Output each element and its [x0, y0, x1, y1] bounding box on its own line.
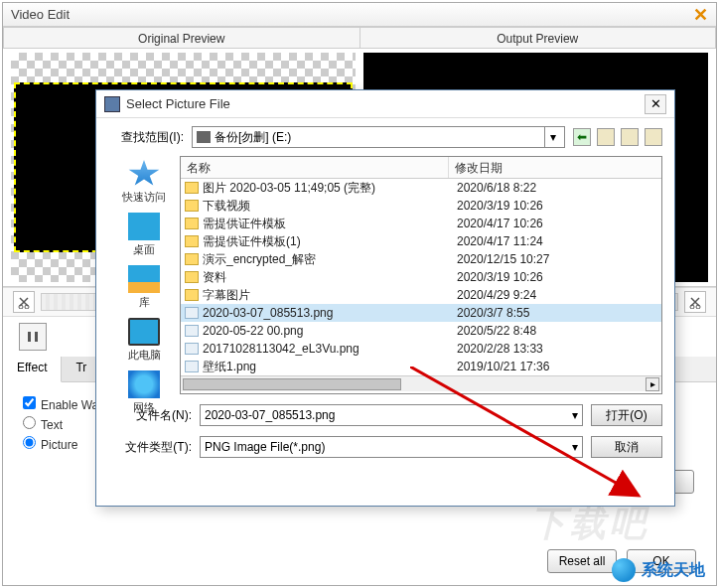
cut-start-button[interactable]	[13, 291, 35, 313]
file-date: 2020/2/28 13:33	[457, 342, 657, 356]
places-bar: 快速访问 桌面 库 此电脑 网络	[108, 156, 180, 394]
file-row[interactable]: 需提供证件模板2020/4/17 10:26	[181, 215, 661, 232]
file-row[interactable]: 图片 2020-03-05 11;49;05 (完整)2020/6/18 8:2…	[181, 179, 661, 197]
drive-icon	[197, 131, 211, 143]
look-in-row: 查找范围(I): 备份[勿删] (E:) ▾ ⬅	[108, 126, 662, 148]
file-row[interactable]: 壁纸1.png2019/10/21 17:36	[181, 358, 661, 375]
scrollbar-thumb[interactable]	[183, 378, 401, 390]
file-row[interactable]: 2020-03-07_085513.png2020/3/7 8:55	[181, 304, 661, 322]
select-picture-dialog: Select Picture File ✕ 查找范围(I): 备份[勿删] (E…	[95, 89, 675, 507]
original-preview-header: Original Preview	[3, 27, 360, 48]
look-in-label: 查找范围(I):	[108, 129, 184, 146]
tab-effect[interactable]: Effect	[3, 357, 62, 382]
file-date: 2020/3/19 10:26	[457, 199, 657, 213]
scroll-right-arrow[interactable]: ▸	[646, 377, 659, 391]
watermark-text: 下载吧	[530, 500, 649, 548]
filetype-dropdown[interactable]: PNG Image File(*.png)▾	[200, 436, 583, 458]
file-row[interactable]: 20171028113042_eL3Vu.png2020/2/28 13:33	[181, 340, 661, 358]
place-this-pc[interactable]: 此电脑	[114, 318, 174, 363]
col-date[interactable]: 修改日期	[449, 157, 661, 178]
file-name: 20171028113042_eL3Vu.png	[203, 342, 457, 356]
filename-label: 文件名(N):	[108, 407, 192, 424]
file-row[interactable]: 下载视频2020/3/19 10:26	[181, 197, 661, 215]
brand-logo: 系统天地	[612, 558, 705, 582]
globe-icon	[612, 558, 636, 582]
window-title: Video Edit	[11, 7, 70, 22]
file-name: 壁纸1.png	[203, 359, 457, 375]
up-folder-icon[interactable]	[597, 128, 615, 146]
file-row[interactable]: 需提供证件模板(1)2020/4/17 11:24	[181, 232, 661, 250]
file-name: 图片 2020-03-05 11;49;05 (完整)	[203, 180, 457, 197]
preview-headers: Original Preview Output Preview	[3, 27, 716, 49]
title-bar: Video Edit ✕	[3, 3, 716, 27]
filename-input[interactable]: 2020-03-07_085513.png▾	[200, 404, 583, 426]
file-name: 下载视频	[203, 198, 457, 215]
dialog-toolbar: ⬅	[573, 128, 662, 146]
file-row[interactable]: 演示_encrypted_解密2020/12/15 10:27	[181, 250, 661, 268]
file-icon	[185, 361, 199, 372]
file-browser: 快速访问 桌面 库 此电脑 网络 名称 修改日期 图片 2020-03-05 1…	[108, 156, 662, 394]
folder-icon	[185, 182, 199, 194]
look-in-dropdown[interactable]: 备份[勿删] (E:) ▾	[192, 126, 565, 148]
horizontal-scrollbar[interactable]: ▸	[181, 375, 661, 391]
file-date: 2020/3/19 10:26	[457, 270, 657, 284]
folder-icon	[185, 253, 199, 265]
filename-row: 文件名(N): 2020-03-07_085513.png▾ 打开(O)	[108, 404, 662, 426]
dialog-close-button[interactable]: ✕	[645, 94, 666, 114]
folder-icon	[185, 271, 199, 283]
views-icon[interactable]	[645, 128, 662, 146]
chevron-down-icon[interactable]: ▾	[572, 440, 578, 454]
file-name: 需提供证件模板	[203, 216, 457, 232]
filetype-label: 文件类型(T):	[108, 439, 192, 456]
file-icon	[185, 343, 199, 355]
folder-icon	[185, 200, 199, 212]
file-date: 2020/6/18 8:22	[457, 181, 657, 195]
file-date: 2020/4/17 10:26	[457, 217, 657, 230]
file-row[interactable]: 资料2020/3/19 10:26	[181, 268, 661, 286]
back-icon[interactable]: ⬅	[573, 128, 591, 146]
file-list: 名称 修改日期 图片 2020-03-05 11;49;05 (完整)2020/…	[180, 156, 662, 394]
file-name: 资料	[203, 269, 457, 286]
reset-all-button[interactable]: Reset all	[547, 549, 617, 573]
svg-rect-5	[35, 332, 38, 342]
filetype-row: 文件类型(T): PNG Image File(*.png)▾ 取消	[108, 436, 662, 458]
open-button[interactable]: 打开(O)	[591, 404, 662, 426]
look-in-value: 备份[勿删] (E:)	[215, 129, 291, 146]
file-date: 2020/3/7 8:55	[457, 306, 657, 320]
chevron-down-icon[interactable]: ▾	[572, 408, 578, 422]
folder-icon	[185, 289, 199, 301]
svg-rect-4	[28, 332, 31, 342]
file-date: 2020/5/22 8:48	[457, 324, 657, 338]
file-name: 2020-05-22 00.png	[203, 324, 457, 338]
dialog-title: Select Picture File	[126, 96, 645, 111]
file-list-header: 名称 修改日期	[181, 157, 661, 179]
cancel-button[interactable]: 取消	[591, 436, 662, 458]
file-row[interactable]: 字幕图片2020/4/29 9:24	[181, 286, 661, 304]
file-date: 2020/12/15 10:27	[457, 252, 657, 266]
file-name: 演示_encrypted_解密	[203, 251, 457, 268]
new-folder-icon[interactable]	[621, 128, 639, 146]
file-icon	[185, 325, 199, 337]
file-name: 需提供证件模板(1)	[203, 233, 457, 250]
file-name: 字幕图片	[203, 287, 457, 304]
file-icon	[185, 307, 199, 319]
file-date: 2019/10/21 17:36	[457, 360, 657, 373]
dialog-app-icon	[104, 96, 120, 112]
place-library[interactable]: 库	[114, 265, 174, 310]
file-date: 2020/4/29 9:24	[457, 288, 657, 302]
output-preview-header: Output Preview	[360, 27, 717, 48]
file-name: 2020-03-07_085513.png	[203, 306, 457, 320]
folder-icon	[185, 218, 199, 229]
folder-icon	[185, 235, 199, 247]
file-row[interactable]: 2020-05-22 00.png2020/5/22 8:48	[181, 322, 661, 340]
place-quick-access[interactable]: 快速访问	[114, 160, 174, 205]
play-pause-button[interactable]	[19, 323, 47, 351]
col-name[interactable]: 名称	[181, 157, 449, 178]
close-icon[interactable]: ✕	[693, 4, 708, 26]
chevron-down-icon[interactable]: ▾	[544, 127, 560, 147]
dialog-title-bar: Select Picture File ✕	[96, 90, 674, 118]
brand-text: 系统天地	[642, 560, 705, 581]
file-date: 2020/4/17 11:24	[457, 234, 657, 248]
place-desktop[interactable]: 桌面	[114, 213, 174, 257]
cut-end-button[interactable]	[684, 291, 706, 313]
